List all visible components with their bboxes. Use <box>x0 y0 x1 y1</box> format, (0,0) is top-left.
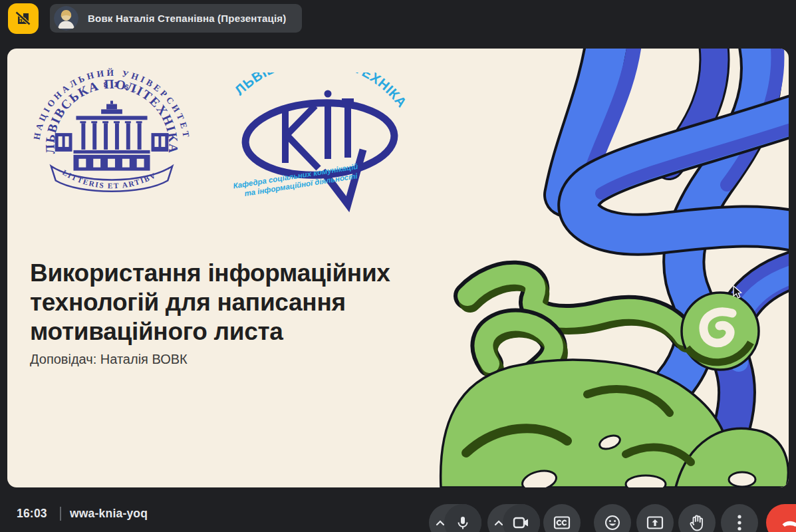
chevron-up-icon <box>436 520 445 526</box>
leave-call-button[interactable] <box>766 504 796 532</box>
slide-title-line2: технологій для написання <box>30 288 390 317</box>
mouse-cursor <box>733 285 743 300</box>
more-options-button[interactable] <box>721 504 758 532</box>
slide-title-line3: мотиваційного листа <box>30 317 390 346</box>
meeting-code: wwa-knia-yoq <box>70 507 148 521</box>
grid-off-icon <box>13 9 33 29</box>
raised-hand-icon <box>689 514 705 531</box>
captions-button[interactable] <box>543 504 581 532</box>
slide-title: Використання інформаційних технологій дл… <box>30 259 390 346</box>
phone-hangup-icon <box>781 519 796 527</box>
camera-control-group <box>487 504 540 532</box>
presenter-pill[interactable]: Вовк Наталія Степанівна (Презентація) <box>50 4 302 33</box>
presenting-badge-button[interactable] <box>8 3 39 34</box>
video-camera-icon <box>513 516 530 529</box>
google-meet-window: Вовк Наталія Степанівна (Презентація) НА… <box>0 0 796 532</box>
clock: 16:03 <box>17 507 47 521</box>
present-screen-icon <box>646 515 664 530</box>
department-kid-logo: ЛЬВІВСЬКА ПОЛІТЕХНІКА Кафедра соціальних… <box>221 72 416 217</box>
raise-hand-button[interactable] <box>678 504 716 532</box>
avatar <box>54 6 78 31</box>
mic-toggle-button[interactable] <box>444 504 481 532</box>
microphone-icon <box>455 515 471 531</box>
captions-icon <box>553 515 571 530</box>
presentation-slide: НАЦІОНАЛЬНИЙ УНІВЕРСИТЕТ ЛЬВІВСЬКА ПОЛІТ… <box>7 49 789 487</box>
chevron-up-icon <box>494 520 503 526</box>
camera-toggle-button[interactable] <box>503 504 540 532</box>
three-dots-icon <box>737 515 741 531</box>
divider <box>60 507 61 521</box>
presenter-name: Вовк Наталія Степанівна (Презентація) <box>88 13 286 24</box>
smiley-icon <box>604 515 620 531</box>
reactions-button[interactable] <box>594 504 631 532</box>
present-screen-button[interactable] <box>636 504 674 532</box>
slide-title-line1: Використання інформаційних <box>30 259 390 288</box>
slide-subtitle: Доповідач: Наталія ВОВК <box>30 352 188 367</box>
mic-control-group <box>429 504 481 532</box>
university-seal-logo: НАЦІОНАЛЬНИЙ УНІВЕРСИТЕТ ЛЬВІВСЬКА ПОЛІТ… <box>33 62 191 220</box>
